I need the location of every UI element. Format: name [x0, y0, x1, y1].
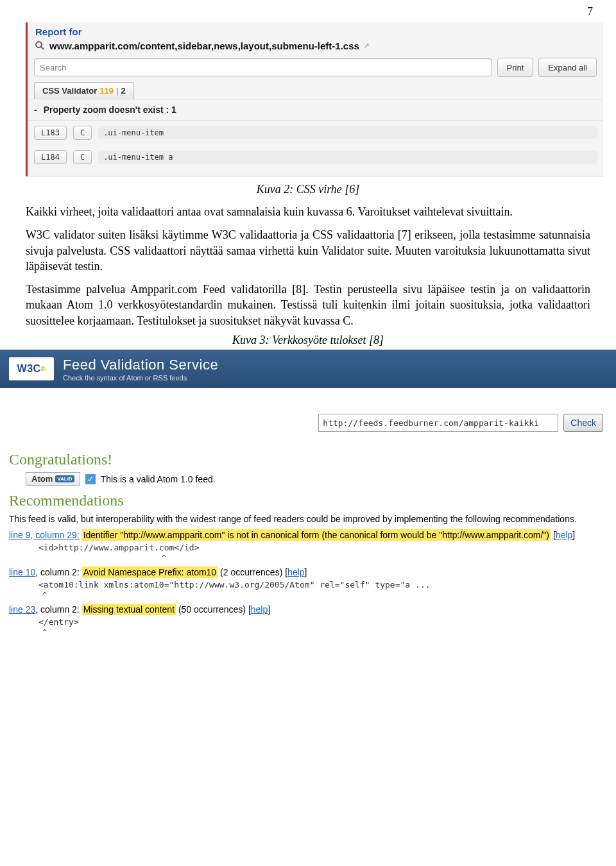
selector-text: .ui-menu-item — [98, 126, 597, 139]
tab-warn-count: 119 — [99, 86, 114, 96]
w3c-subtitle: Check the syntax of Atom or RSS feeds — [63, 374, 218, 382]
w3c-title: Feed Validation Service — [63, 357, 218, 373]
paragraph-1: Kaikki virheet, joita validaattori antaa… — [26, 204, 590, 219]
w3c-header: W3C® Feed Validation Service Check the s… — [0, 350, 616, 388]
recommendation-1: line 9, column 29: Identifier "http://ww… — [9, 530, 607, 540]
feed-check-row: Check — [0, 388, 616, 448]
logo-text: W3C — [17, 363, 41, 375]
rec-tail: (2 occurrences) — [220, 567, 285, 577]
help-link[interactable]: help — [251, 604, 268, 615]
selector-text: .ui-menu-item a — [98, 151, 597, 164]
feed-url-input[interactable] — [318, 414, 558, 432]
tab-count-2: 2 — [121, 86, 126, 96]
rec-highlight: Missing textual content — [82, 604, 176, 615]
valid-text: This is a valid Atom 1.0 feed. — [101, 474, 216, 484]
rec-mid: , column 2: — [35, 604, 79, 615]
dash: - — [34, 105, 37, 115]
recommendations-intro: This feed is valid, but interoperability… — [9, 513, 607, 525]
recommendation-3: line 23, column 2: Missing textual conte… — [9, 604, 607, 615]
col-chip[interactable]: C — [73, 126, 92, 140]
code-row: L184 C .ui-menu-item a — [28, 145, 603, 169]
tab-pipe: | — [116, 86, 119, 96]
report-for-label: Report for — [28, 22, 603, 38]
code-snippet: <atom10:link xmlns:atom10="http://www.w3… — [38, 580, 607, 590]
code-snippet: <id>http://www.ampparit.com</id> — [38, 543, 607, 552]
code-row: L183 C .ui-menu-item — [28, 121, 603, 145]
print-button[interactable]: Print — [497, 58, 534, 77]
external-link-icon[interactable]: ↗ — [363, 41, 370, 50]
line-link[interactable]: line 10 — [9, 567, 35, 577]
caret: ^ — [38, 554, 607, 562]
report-url: www.ampparit.com/content,sidebar,news,la… — [49, 40, 359, 51]
rec-highlight: Identifier "http://www.ampparit.com" is … — [82, 529, 551, 541]
help-link[interactable]: help — [287, 567, 304, 577]
caret: ^ — [38, 628, 607, 636]
line-chip[interactable]: L184 — [34, 150, 67, 164]
expand-all-button[interactable]: Expand all — [538, 58, 597, 77]
valid-atom-row: Atom VALID ✓ This is a valid Atom 1.0 fe… — [26, 472, 607, 486]
line-link[interactable]: line 9, column 29: — [9, 530, 80, 540]
w3c-logo: W3C® — [9, 357, 54, 380]
error-text: Property zoom doesn't exist : 1 — [44, 105, 176, 115]
recommendations-heading: Recommendations — [9, 492, 607, 509]
css-validator-panel: Report for www.ampparit.com/content,side… — [26, 22, 603, 176]
paragraph-2: W3C validator suiten lisäksi käytimme W3… — [26, 227, 590, 274]
atom-badge: Atom VALID — [26, 472, 80, 486]
figure-caption-2: Kuva 3: Verkkosyöte tulokset [8] — [0, 334, 616, 347]
code-snippet: </entry> — [38, 617, 607, 627]
rec-tail: (50 occurrences) — [178, 604, 248, 615]
tab-css-validator[interactable]: CSS Validator 119 | 2 — [34, 82, 134, 99]
check-button[interactable]: Check — [563, 414, 603, 432]
error-summary-row[interactable]: - Property zoom doesn't exist : 1 — [28, 99, 603, 121]
line-chip[interactable]: L183 — [34, 126, 67, 140]
rec-highlight: Avoid Namespace Prefix: atom10 — [82, 566, 218, 578]
svg-line-1 — [41, 47, 44, 49]
paragraph-3: Testasimme palvelua Ampparit.com Feed va… — [26, 282, 590, 328]
figure-caption-1: Kuva 2: CSS virhe [6] — [0, 183, 616, 196]
congratulations-heading: Congratulations! — [9, 451, 607, 468]
search-input[interactable]: Search — [34, 58, 492, 76]
rec-mid: , column 2: — [35, 567, 79, 577]
recommendation-2: line 10, column 2: Avoid Namespace Prefi… — [9, 567, 607, 577]
caret: ^ — [38, 591, 607, 599]
search-icon — [34, 40, 46, 51]
url-row: www.ampparit.com/content,sidebar,news,la… — [28, 38, 603, 55]
page-number: 7 — [0, 0, 616, 22]
checkmark-icon: ✓ — [85, 474, 96, 484]
tab-label: CSS Validator — [42, 86, 97, 96]
valid-badge: VALID — [55, 475, 74, 482]
line-link[interactable]: line 23 — [9, 604, 35, 615]
help-link[interactable]: help — [556, 530, 572, 540]
svg-point-0 — [36, 42, 42, 47]
atom-label: Atom — [31, 474, 53, 484]
col-chip[interactable]: C — [73, 150, 92, 164]
